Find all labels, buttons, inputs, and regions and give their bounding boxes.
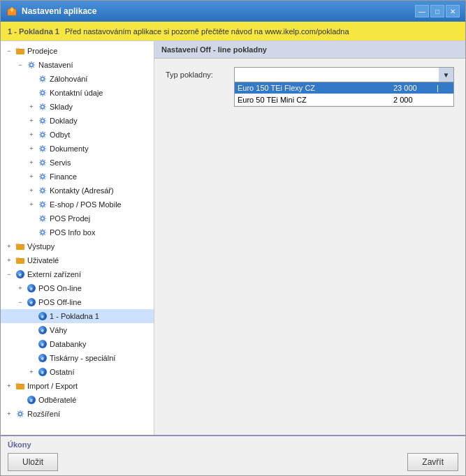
sidebar-item-pos-online[interactable]: +ePOS On-line	[1, 281, 154, 295]
dropdown-arrow[interactable]: ▼	[439, 67, 454, 82]
sidebar-item-nastaveni[interactable]: −Nastavení	[1, 58, 154, 72]
tree-expander[interactable]	[26, 213, 37, 224]
sidebar-item-finance[interactable]: +Finance	[1, 170, 154, 184]
tree-expander[interactable]: +	[15, 283, 26, 294]
sidebar-item-zalohovani[interactable]: Zálohování	[1, 72, 154, 86]
tree-expander[interactable]: +	[26, 171, 37, 182]
footer-buttons: Uložit Zavřít	[8, 453, 458, 471]
sidebar-item-externi[interactable]: −eExterní zařízení	[1, 267, 154, 281]
sidebar-item-uzivatele[interactable]: +Uživatelé	[1, 253, 154, 267]
tree-item-label: Tiskárny - speciální	[50, 352, 115, 364]
sidebar-item-servis[interactable]: +Servis	[1, 156, 154, 170]
svg-text:e: e	[41, 356, 44, 361]
tree-expander[interactable]: −	[3, 269, 15, 280]
tree-expander[interactable]: +	[3, 241, 15, 252]
tree-expander[interactable]	[26, 73, 37, 84]
svg-text:e: e	[30, 398, 33, 403]
tree-expander[interactable]: +	[26, 115, 37, 126]
svg-line-106	[40, 220, 41, 221]
tree-expander[interactable]: +	[3, 255, 15, 266]
svg-line-7	[29, 66, 29, 67]
tree-expander[interactable]: +	[26, 366, 37, 378]
sidebar-item-pos-offline[interactable]: −ePOS Off-line	[1, 295, 154, 309]
tree-icon-blue-circle: e	[26, 283, 37, 294]
title-bar-left: Nastavení aplikace	[6, 6, 96, 17]
tree-expander[interactable]: +	[26, 157, 37, 168]
tree-icon-blue-circle: e	[37, 339, 48, 350]
tree-expander[interactable]: +	[26, 185, 37, 196]
tree-expander[interactable]: +	[3, 380, 15, 392]
svg-line-72	[40, 160, 41, 161]
svg-point-21	[41, 91, 45, 95]
svg-line-54	[40, 132, 41, 133]
tree-icon-gear	[37, 185, 48, 196]
svg-point-39	[41, 119, 45, 123]
save-button[interactable]: Uložit	[8, 453, 58, 471]
tree-expander[interactable]: +	[26, 129, 37, 140]
sidebar-item-doklady[interactable]: +Doklady	[1, 114, 154, 128]
sidebar-item-pos-info[interactable]: POS Info box	[1, 225, 154, 239]
svg-line-45	[40, 118, 41, 119]
tree-icon-gear	[37, 129, 48, 140]
sidebar-item-odberatele[interactable]: eOdběratelé	[1, 393, 154, 407]
tree-item-label: Kontaktní údaje	[50, 87, 103, 99]
svg-line-47	[44, 118, 45, 119]
sidebar-item-kontaktni[interactable]: Kontaktní údaje	[1, 86, 154, 100]
sidebar-item-vahy[interactable]: eVáhy	[1, 323, 154, 337]
tree-expander[interactable]	[26, 325, 37, 336]
close-button-footer[interactable]: Zavřít	[407, 453, 458, 471]
svg-point-93	[41, 203, 45, 207]
sidebar-item-eshop[interactable]: +E-shop / POS Mobile	[1, 198, 154, 211]
svg-line-145	[17, 415, 18, 416]
tree-icon-gear	[37, 227, 48, 238]
tree-expander[interactable]: +	[26, 101, 37, 112]
svg-line-86	[44, 192, 45, 193]
svg-rect-2	[16, 49, 24, 54]
svg-point-75	[41, 175, 45, 179]
tree-expander[interactable]: +	[26, 143, 37, 154]
tree-icon-gear	[37, 213, 48, 224]
tree-item-label: POS Prodej	[50, 212, 90, 225]
content-body: Typ pokladny: ▼ Euro 150 TEi Flexy CZ23 …	[154, 59, 465, 435]
tree-icon-blue-circle: e	[37, 325, 48, 336]
tree-expander[interactable]: +	[3, 408, 15, 419]
tree-item-label: E-shop / POS Mobile	[50, 198, 122, 211]
maximize-button[interactable]: □	[430, 5, 444, 17]
sidebar-item-tiskarny[interactable]: eTiskárny - speciální	[1, 351, 154, 365]
app-window: Nastavení aplikace — □ ✕ 1 - Pokladna 1 …	[0, 0, 466, 476]
minimize-button[interactable]: —	[415, 5, 429, 17]
tree-expander[interactable]	[26, 87, 37, 98]
tree-expander[interactable]	[26, 352, 37, 364]
tree-item-label: Nastavení	[38, 59, 73, 71]
tree-item-label: Doklady	[50, 114, 78, 127]
tree-icon-blue-circle: e	[26, 394, 37, 406]
sidebar-item-pokladna1[interactable]: e1 - Pokladna 1	[1, 309, 154, 323]
tree-expander[interactable]	[26, 311, 37, 322]
sidebar-item-databanky[interactable]: eDatabanky	[1, 337, 154, 351]
svg-line-27	[40, 90, 41, 91]
tree-expander[interactable]: +	[26, 199, 37, 210]
sidebar-item-import-export[interactable]: +Import / Export	[1, 379, 154, 393]
tree-item-label: Rozšíření	[27, 408, 60, 420]
sidebar-item-rozsireni[interactable]: +Rozšíření	[1, 407, 154, 421]
tree-expander[interactable]	[26, 227, 37, 238]
sidebar-item-kontakty[interactable]: +Kontakty (Adresář)	[1, 184, 154, 198]
dropdown-option[interactable]: Euro 50 TEi Mini CZ2 000	[235, 94, 453, 106]
typ-pokladny-dropdown[interactable]	[234, 67, 454, 82]
dropdown-option[interactable]: Euro 150 TEi Flexy CZ23 000|	[235, 82, 453, 94]
sidebar-item-odbyt[interactable]: +Odbyt	[1, 128, 154, 142]
tree-expander[interactable]: −	[15, 297, 26, 308]
sidebar-item-sklady[interactable]: +Sklady	[1, 100, 154, 114]
sidebar-item-prodejce[interactable]: −Prodejce	[1, 44, 154, 58]
tree-expander[interactable]	[15, 394, 26, 406]
svg-line-108	[40, 216, 41, 216]
svg-line-147	[17, 411, 18, 412]
tree-expander[interactable]	[26, 339, 37, 350]
tree-expander[interactable]: −	[15, 59, 26, 70]
tree-expander[interactable]: −	[3, 45, 15, 57]
close-button[interactable]: ✕	[446, 5, 460, 17]
sidebar-item-pos-prodej[interactable]: POS Prodej	[1, 211, 154, 225]
sidebar-item-dokumenty[interactable]: +Dokumenty	[1, 142, 154, 156]
sidebar-item-ostatni[interactable]: +eOstatní	[1, 365, 154, 379]
sidebar-item-vystupy[interactable]: +Výstupy	[1, 239, 154, 253]
